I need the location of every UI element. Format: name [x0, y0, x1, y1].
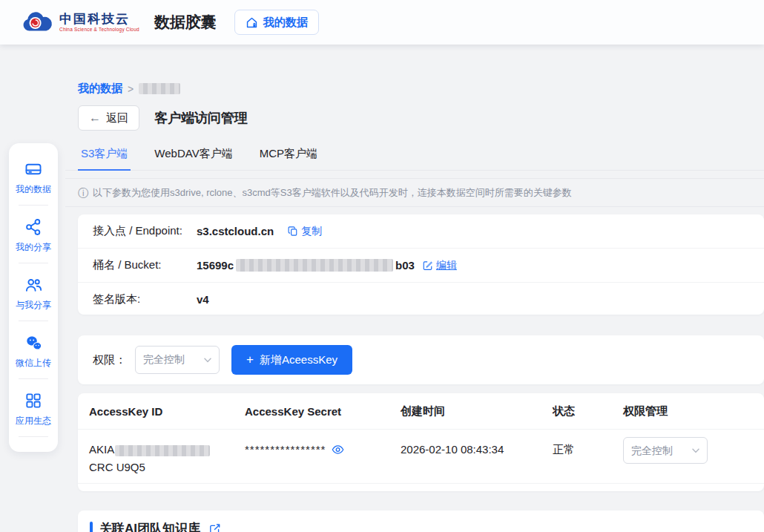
add-accesskey-button-label: 新增AceessKey: [260, 353, 337, 367]
permission-dropdown[interactable]: 完全控制: [135, 346, 220, 374]
info-notice: ⓘ 以下参数为您使用s3drive, rclone、s3cmd等S3客户端软件以…: [65, 178, 764, 207]
apps-grid-icon: [24, 391, 43, 410]
accesskey-id-prefix: AKIA: [89, 443, 114, 456]
breadcrumb: 我的数据 >: [78, 82, 180, 96]
sidebar-item-label: 应用生态: [16, 415, 51, 427]
people-icon: [24, 275, 43, 295]
section-title-row: 关联AI团队知识库: [78, 510, 764, 532]
bucket-value-suffix: b03: [395, 259, 415, 272]
tab-s3-client[interactable]: S3客户端: [78, 147, 131, 171]
accesskey-id-suffix: CRC: [89, 461, 113, 473]
table-row: AKIACRC U9Q5 **************** 2: [78, 430, 764, 484]
external-link-icon[interactable]: [208, 522, 221, 532]
wechat-icon: [24, 333, 43, 352]
divider: [19, 321, 48, 321]
section-title-text: 关联AI团队知识库: [99, 520, 200, 532]
bucket-value-prefix: 15699c: [197, 259, 234, 272]
connection-params-card: 接入点 / Endpoint: s3.cstcloud.cn 复制: [78, 214, 764, 315]
accesskey-id-redacted: [115, 445, 210, 456]
home-icon: [246, 16, 258, 29]
endpoint-row: 接入点 / Endpoint: s3.cstcloud.cn 复制: [78, 214, 764, 248]
sidebar-item-label: 微信上传: [16, 357, 51, 370]
my-data-button[interactable]: 我的数据: [234, 10, 319, 35]
info-notice-text: 以下参数为您使用s3drive, rclone、s3cmd等S3客户端软件以及代…: [93, 186, 572, 200]
back-button-label: 返回: [106, 111, 128, 125]
cloud-logo-icon: [19, 9, 53, 36]
edit-link-label: 编辑: [436, 259, 457, 272]
divider: [19, 436, 48, 437]
permission-label: 权限：: [93, 353, 126, 367]
copy-icon: [287, 226, 298, 237]
sidebar-item-wechat-upload[interactable]: 微信上传: [9, 329, 58, 378]
share-icon: [24, 217, 43, 237]
accesskey-secret-cell: ****************: [245, 441, 401, 459]
bucket-value-redacted: [236, 259, 393, 272]
sidebar-item-my-data[interactable]: 我的数据: [9, 155, 58, 205]
breadcrumb-current-redacted: [139, 83, 180, 94]
info-icon: ⓘ: [78, 188, 88, 198]
copy-endpoint-link[interactable]: 复制: [287, 225, 322, 238]
back-button[interactable]: ← 返回: [78, 105, 139, 131]
permission-dropdown-value: 完全控制: [143, 353, 185, 367]
tab-webdav-client[interactable]: WebDAV客户端: [151, 147, 235, 170]
edit-icon: [422, 260, 433, 271]
signature-value: v4: [197, 293, 764, 306]
sidebar-item-shared-with-me[interactable]: 与我分享: [9, 271, 58, 321]
drive-icon: [24, 160, 43, 179]
column-header-accesskey-id: AccessKey ID: [89, 405, 245, 418]
signature-label: 签名版本:: [93, 292, 197, 306]
accesskey-table-card: AccessKey ID AccessKey Secret 创建时间 状态 权限…: [78, 393, 764, 491]
sidebar-item-label: 与我分享: [16, 299, 51, 312]
page: 中国科技云 China Science & Technology Cloud 数…: [0, 0, 764, 532]
title-accent-bar: [90, 522, 93, 532]
signature-row: 签名版本: v4: [78, 282, 764, 316]
row-permission-dropdown[interactable]: 完全控制: [623, 437, 708, 464]
sidebar-item-my-shares[interactable]: 我的分享: [9, 213, 58, 263]
sidebar-item-app-ecosystem[interactable]: 应用生态: [9, 387, 58, 436]
column-header-status: 状态: [553, 404, 623, 418]
column-header-created-time: 创建时间: [401, 404, 553, 418]
endpoint-value: s3.cstcloud.cn: [197, 225, 274, 237]
row-permission-value: 完全控制: [631, 441, 673, 459]
accesskey-id-suffix2: U9Q5: [116, 461, 145, 473]
bucket-row: 桶名 / Bucket: 15699c b03 编辑: [78, 248, 764, 282]
add-accesskey-button[interactable]: + 新增AceessKey: [231, 345, 352, 375]
created-time-cell: 2026-02-10 08:43:34: [401, 441, 553, 459]
secret-mask: ****************: [245, 441, 326, 459]
tab-bar: S3客户端 WebDAV客户端 MCP客户端: [65, 147, 764, 171]
status-cell: 正常: [553, 441, 623, 459]
divider: [19, 378, 48, 379]
edit-bucket-link[interactable]: 编辑: [422, 259, 457, 272]
breadcrumb-separator: >: [128, 83, 134, 95]
top-header: 中国科技云 China Science & Technology Cloud 数…: [0, 0, 764, 45]
ai-knowledge-base-section: 关联AI团队知识库: [78, 510, 764, 532]
page-title: 客户端访问管理: [154, 109, 248, 127]
sidebar-item-label: 我的数据: [16, 183, 51, 196]
bucket-label: 桶名 / Bucket:: [93, 258, 197, 272]
my-data-button-label: 我的数据: [263, 16, 308, 30]
chevron-down-icon: [692, 448, 699, 453]
eye-icon[interactable]: [332, 444, 344, 455]
tab-mcp-client[interactable]: MCP客户端: [257, 147, 320, 170]
copy-link-label: 复制: [301, 225, 322, 238]
brand-logo[interactable]: 中国科技云 China Science & Technology Cloud: [19, 9, 139, 36]
brand-name-en: China Science & Technology Cloud: [59, 27, 139, 33]
column-header-accesskey-secret: AccessKey Secret: [245, 405, 401, 418]
page-header-row: ← 返回 客户端访问管理: [78, 105, 248, 131]
back-arrow-icon: ←: [89, 111, 101, 125]
chevron-down-icon: [204, 358, 211, 363]
divider: [19, 205, 48, 206]
column-header-permission: 权限管理: [623, 404, 764, 418]
sidebar: 我的数据 我的分享 与我分享: [9, 143, 58, 452]
main-content: 我的数据 > ← 返回 客户端访问管理 S3客户端 WebDAV客户端 MCP客…: [65, 45, 764, 532]
brand-name-cn: 中国科技云: [59, 13, 139, 25]
divider: [19, 263, 48, 263]
permission-card: 权限： 完全控制 + 新增AceessKey: [78, 335, 764, 384]
endpoint-label: 接入点 / Endpoint:: [93, 224, 197, 238]
sidebar-item-label: 我的分享: [16, 241, 51, 254]
table-header-row: AccessKey ID AccessKey Secret 创建时间 状态 权限…: [78, 393, 764, 430]
breadcrumb-root-link[interactable]: 我的数据: [78, 82, 122, 96]
accesskey-id-cell: AKIACRC U9Q5: [89, 441, 245, 476]
plus-icon: +: [246, 352, 254, 367]
app-title: 数据胶囊: [154, 12, 217, 33]
